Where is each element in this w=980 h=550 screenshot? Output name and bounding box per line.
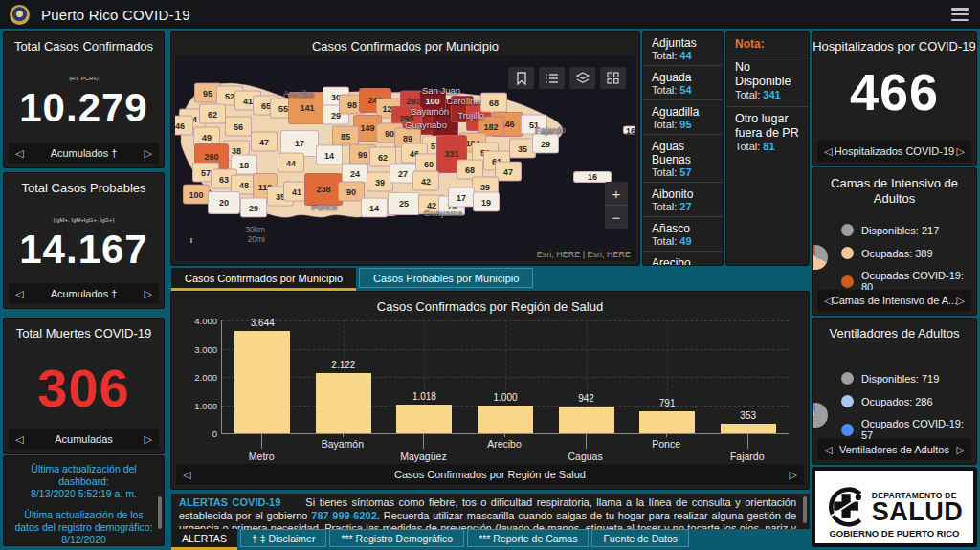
choropleth-map[interactable]: 9552416555141302998242125293100685462465… <box>175 55 635 261</box>
map-municipality-cell[interactable]: 16 <box>623 126 635 135</box>
map-municipality-cell[interactable]: 29 <box>532 134 559 154</box>
municipality-name: Aibonito <box>652 187 714 201</box>
list-item[interactable]: AdjuntasTotal: 44 <box>643 32 723 66</box>
map-municipality-cell[interactable]: 47 <box>251 132 278 152</box>
map-municipality-cell[interactable]: 100 <box>183 185 210 205</box>
list-item[interactable]: Aguas BuenasTotal: 57 <box>643 135 723 183</box>
legend-dot-icon <box>841 424 854 436</box>
map-municipality-cell[interactable]: 20 <box>208 191 240 214</box>
map-municipality-cell[interactable]: 17 <box>448 187 475 208</box>
next-arrow[interactable]: ▷ <box>957 445 965 455</box>
ventiladores-legend-row: Ocupados: 286 <box>841 395 976 407</box>
map-municipality-cell[interactable]: 56 <box>225 117 252 137</box>
bar-Arecibo[interactable] <box>478 406 533 434</box>
legend-label: Ocupados: 286 <box>861 396 933 407</box>
map-municipality-cell[interactable]: 14 <box>361 198 388 218</box>
total-value: 95 <box>679 119 691 130</box>
prev-arrow[interactable]: ◁ <box>824 296 832 306</box>
prev-arrow[interactable]: ◁ <box>15 289 23 299</box>
map-municipality-cell[interactable]: 24 <box>342 164 368 184</box>
legend-label: Ocupados COVID-19: 57 <box>861 418 976 441</box>
bottom-tab-4[interactable]: Fuente de Datos <box>591 529 689 547</box>
scrollbar[interactable] <box>158 496 162 529</box>
map-municipality-cell[interactable]: 14 <box>316 145 343 165</box>
list-item[interactable]: AñascoTotal: 49 <box>643 217 723 252</box>
next-arrow[interactable]: ▷ <box>957 296 965 306</box>
basemap-grid-icon[interactable] <box>600 67 626 89</box>
map-municipality-cell[interactable]: 85 <box>332 126 359 146</box>
map-municipality-cell[interactable]: 19 <box>473 192 500 212</box>
map-municipality-cell[interactable]: 29 <box>240 198 267 218</box>
map-title: Casos Confirmados por Municipio <box>171 32 639 55</box>
bar-Bayamón[interactable] <box>316 373 371 433</box>
map-tab-1[interactable]: Casos Probables por Municipio <box>359 268 533 288</box>
total-value: 49 <box>679 235 691 247</box>
prev-arrow[interactable]: ◁ <box>824 146 832 157</box>
bar-value-label: 3.644 <box>251 318 275 328</box>
map-municipality-cell[interactable]: 68 <box>480 93 507 113</box>
total-value: 81 <box>763 141 774 152</box>
total-value: 27 <box>679 201 691 212</box>
next-arrow[interactable]: ▷ <box>957 146 965 157</box>
legend-list-icon[interactable] <box>539 67 565 89</box>
map-municipality-cell[interactable]: 47 <box>495 162 522 182</box>
municipality-name: Aguada <box>652 71 714 84</box>
card-title: Total Muertes COVID-19 <box>4 319 164 341</box>
bar-value-label: 791 <box>659 398 676 408</box>
ventiladores-legend-row: Disponibles: 719 <box>841 372 976 385</box>
x-axis-label: Caguas <box>568 451 602 462</box>
card-footer: ◁ Ventiladores de Adultos ▷ <box>817 439 971 460</box>
bookmark-icon[interactable] <box>508 67 534 89</box>
zoom-out-button[interactable]: − <box>605 206 628 229</box>
footer-label: Acumuladas <box>55 433 113 445</box>
total-value: 57 <box>679 166 691 178</box>
list-item[interactable]: AguadaTotal: 54 <box>643 66 723 100</box>
bar-Mayagüez[interactable] <box>396 405 452 433</box>
next-arrow[interactable]: ▷ <box>145 148 152 159</box>
legend-dot-icon <box>841 372 854 385</box>
map-municipality-cell[interactable]: 42 <box>412 171 439 191</box>
list-item[interactable]: AibonitoTotal: 27 <box>643 183 723 217</box>
scrollbar[interactable] <box>803 496 807 523</box>
map-municipality-cell[interactable]: 46 <box>175 116 193 136</box>
bottom-tab-3[interactable]: *** Reporte de Camas <box>467 529 589 547</box>
prev-arrow[interactable]: ◁ <box>824 445 832 455</box>
list-item[interactable]: AguadillaTotal: 95 <box>643 100 723 135</box>
map-municipality-cell[interactable]: 25 <box>388 192 420 215</box>
prev-arrow[interactable]: ◁ <box>15 148 23 159</box>
bottom-tab-strip: ALERTAS† ‡ Disclaimer*** Registro Demogr… <box>171 529 689 550</box>
footer-label: Acumulados † <box>51 288 118 299</box>
bottom-tab-2[interactable]: *** Registro Demográfico <box>329 529 464 547</box>
map-municipality-cell[interactable]: 238 <box>304 173 343 206</box>
zoom-in-button[interactable]: + <box>605 182 628 206</box>
salud-department-logo: DEPARTAMENTO DE SALUD GOBIERNO DE PUERTO… <box>813 468 976 546</box>
bar-Caguas[interactable] <box>559 407 614 433</box>
prev-arrow[interactable]: ◁ <box>183 470 190 480</box>
y-axis-tick: 1.000 <box>194 400 222 410</box>
card-footer: ◁ Hospitalizados COVID-19 ▷ <box>817 141 971 162</box>
bottom-tab-0[interactable]: ALERTAS <box>171 529 237 550</box>
map-municipality-cell[interactable]: 44 <box>278 153 304 173</box>
prev-arrow[interactable]: ◁ <box>15 434 23 445</box>
alert-label: ALERTAS COVID-19 <box>179 496 305 508</box>
total-value: 341 <box>763 89 780 100</box>
phone-link[interactable]: 787-999-6202 <box>311 510 377 521</box>
map-municipality-cell[interactable]: 100 <box>419 91 446 111</box>
bar-Ponce[interactable] <box>639 411 695 433</box>
bar-Metro[interactable] <box>234 331 290 433</box>
list-item[interactable]: AreciboTotal: 141 <box>643 252 723 265</box>
next-arrow[interactable]: ▷ <box>145 289 152 299</box>
municipality-name: Añasco <box>652 222 714 235</box>
next-arrow[interactable]: ▷ <box>145 434 152 445</box>
menu-icon[interactable] <box>951 8 969 21</box>
layers-icon[interactable] <box>569 67 595 89</box>
map-municipality-cell[interactable]: 62 <box>199 104 226 124</box>
map-municipality-cell[interactable]: 51 <box>521 115 547 135</box>
bar-Fajardo[interactable] <box>721 424 776 433</box>
card-camas-intensivo: Camas de Intensivo de Adultos Disponible… <box>813 168 976 315</box>
next-arrow[interactable]: ▷ <box>790 470 797 480</box>
bottom-tab-1[interactable]: † ‡ Disclaimer <box>240 529 327 547</box>
map-tab-0[interactable]: Casos Confirmados por Municipio <box>171 268 356 291</box>
x-axis-tick <box>666 433 667 437</box>
map-municipality-cell[interactable]: 141 <box>288 92 326 124</box>
